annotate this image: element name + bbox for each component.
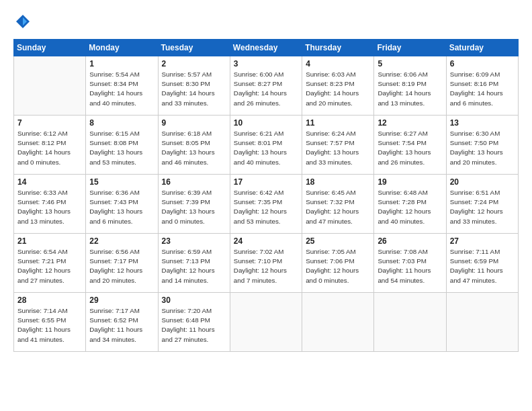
day-number: 2 [162, 59, 226, 68]
calendar-cell: 5Sunrise: 6:06 AMSunset: 8:19 PMDaylight… [374, 56, 446, 116]
weekday-row: SundayMondayTuesdayWednesdayThursdayFrid… [14, 40, 519, 56]
calendar-cell: 2Sunrise: 5:57 AMSunset: 8:30 PMDaylight… [158, 56, 230, 116]
day-number: 9 [162, 118, 226, 128]
calendar-cell: 19Sunrise: 6:48 AMSunset: 7:28 PMDayligh… [374, 175, 446, 234]
day-info: Sunrise: 7:02 AMSunset: 7:10 PMDaylight:… [234, 247, 298, 285]
day-info: Sunrise: 6:51 AMSunset: 7:24 PMDaylight:… [450, 188, 515, 226]
day-info: Sunrise: 6:12 AMSunset: 8:12 PMDaylight:… [17, 129, 82, 167]
day-number: 26 [378, 236, 442, 246]
calendar-body: 1Sunrise: 5:54 AMSunset: 8:34 PMDaylight… [14, 56, 519, 352]
calendar-cell: 21Sunrise: 6:54 AMSunset: 7:21 PMDayligh… [14, 234, 86, 293]
calendar-cell: 16Sunrise: 6:39 AMSunset: 7:39 PMDayligh… [158, 175, 230, 234]
day-info: Sunrise: 6:42 AMSunset: 7:35 PMDaylight:… [234, 188, 298, 226]
day-number: 5 [378, 59, 442, 68]
calendar-cell: 8Sunrise: 6:15 AMSunset: 8:08 PMDaylight… [86, 116, 158, 175]
weekday-header-monday: Monday [86, 40, 158, 56]
calendar-week-1: 1Sunrise: 5:54 AMSunset: 8:34 PMDaylight… [14, 56, 519, 116]
calendar-cell: 20Sunrise: 6:51 AMSunset: 7:24 PMDayligh… [446, 175, 518, 234]
day-number: 14 [17, 177, 82, 187]
day-number: 8 [89, 118, 154, 128]
calendar-cell: 22Sunrise: 6:56 AMSunset: 7:17 PMDayligh… [86, 234, 158, 293]
weekday-header-tuesday: Tuesday [158, 40, 230, 56]
day-number: 10 [234, 118, 298, 128]
day-number: 11 [306, 118, 370, 128]
calendar-cell [14, 56, 86, 116]
logo [13, 12, 35, 31]
day-number: 27 [450, 236, 515, 246]
day-info: Sunrise: 6:56 AMSunset: 7:17 PMDaylight:… [89, 247, 154, 285]
calendar-cell: 10Sunrise: 6:21 AMSunset: 8:01 PMDayligh… [230, 116, 302, 175]
day-info: Sunrise: 6:33 AMSunset: 7:46 PMDaylight:… [17, 188, 82, 226]
day-info: Sunrise: 6:36 AMSunset: 7:43 PMDaylight:… [89, 188, 154, 226]
day-info: Sunrise: 6:03 AMSunset: 8:23 PMDaylight:… [306, 70, 370, 108]
day-info: Sunrise: 6:09 AMSunset: 8:16 PMDaylight:… [450, 70, 515, 108]
day-info: Sunrise: 6:18 AMSunset: 8:05 PMDaylight:… [162, 129, 226, 167]
calendar-cell: 11Sunrise: 6:24 AMSunset: 7:57 PMDayligh… [302, 116, 374, 175]
day-info: Sunrise: 6:06 AMSunset: 8:19 PMDaylight:… [378, 70, 442, 108]
day-number: 21 [17, 236, 82, 246]
day-info: Sunrise: 6:24 AMSunset: 7:57 PMDaylight:… [306, 129, 370, 167]
header [13, 12, 519, 31]
day-info: Sunrise: 6:21 AMSunset: 8:01 PMDaylight:… [234, 129, 298, 167]
weekday-header-saturday: Saturday [446, 40, 518, 56]
day-info: Sunrise: 5:54 AMSunset: 8:34 PMDaylight:… [89, 70, 154, 108]
weekday-header-wednesday: Wednesday [230, 40, 302, 56]
day-number: 28 [17, 295, 82, 305]
calendar-week-5: 28Sunrise: 7:14 AMSunset: 6:55 PMDayligh… [14, 293, 519, 352]
calendar-cell: 23Sunrise: 6:59 AMSunset: 7:13 PMDayligh… [158, 234, 230, 293]
day-number: 19 [378, 177, 442, 187]
calendar-cell: 9Sunrise: 6:18 AMSunset: 8:05 PMDaylight… [158, 116, 230, 175]
day-number: 4 [306, 59, 370, 68]
calendar-cell [446, 293, 518, 352]
calendar-cell: 17Sunrise: 6:42 AMSunset: 7:35 PMDayligh… [230, 175, 302, 234]
day-info: Sunrise: 6:30 AMSunset: 7:50 PMDaylight:… [450, 129, 515, 167]
calendar-cell: 1Sunrise: 5:54 AMSunset: 8:34 PMDaylight… [86, 56, 158, 116]
calendar-cell: 26Sunrise: 7:08 AMSunset: 7:03 PMDayligh… [374, 234, 446, 293]
calendar-cell: 6Sunrise: 6:09 AMSunset: 8:16 PMDaylight… [446, 56, 518, 116]
day-number: 1 [89, 59, 154, 68]
day-number: 30 [162, 295, 226, 305]
day-number: 25 [306, 236, 370, 246]
weekday-header-thursday: Thursday [302, 40, 374, 56]
day-number: 16 [162, 177, 226, 187]
calendar-cell: 14Sunrise: 6:33 AMSunset: 7:46 PMDayligh… [14, 175, 86, 234]
day-number: 24 [234, 236, 298, 246]
day-number: 18 [306, 177, 370, 187]
day-info: Sunrise: 6:00 AMSunset: 8:27 PMDaylight:… [234, 70, 298, 108]
day-number: 12 [378, 118, 442, 128]
day-number: 3 [234, 59, 298, 68]
calendar-cell [374, 293, 446, 352]
day-info: Sunrise: 5:57 AMSunset: 8:30 PMDaylight:… [162, 70, 226, 108]
day-number: 13 [450, 118, 515, 128]
calendar-cell: 27Sunrise: 7:11 AMSunset: 6:59 PMDayligh… [446, 234, 518, 293]
day-info: Sunrise: 7:14 AMSunset: 6:55 PMDaylight:… [17, 306, 82, 345]
calendar-cell: 18Sunrise: 6:45 AMSunset: 7:32 PMDayligh… [302, 175, 374, 234]
calendar-cell [302, 293, 374, 352]
calendar-cell: 28Sunrise: 7:14 AMSunset: 6:55 PMDayligh… [14, 293, 86, 352]
calendar-cell: 7Sunrise: 6:12 AMSunset: 8:12 PMDaylight… [14, 116, 86, 175]
calendar-cell: 24Sunrise: 7:02 AMSunset: 7:10 PMDayligh… [230, 234, 302, 293]
day-number: 23 [162, 236, 226, 246]
day-number: 15 [89, 177, 154, 187]
calendar-cell: 4Sunrise: 6:03 AMSunset: 8:23 PMDaylight… [302, 56, 374, 116]
day-info: Sunrise: 6:27 AMSunset: 7:54 PMDaylight:… [378, 129, 442, 167]
calendar: SundayMondayTuesdayWednesdayThursdayFrid… [13, 39, 519, 352]
logo-icon [13, 12, 32, 31]
day-info: Sunrise: 7:20 AMSunset: 6:48 PMDaylight:… [162, 306, 226, 345]
day-number: 6 [450, 59, 515, 68]
weekday-header-friday: Friday [374, 40, 446, 56]
day-info: Sunrise: 7:17 AMSunset: 6:52 PMDaylight:… [89, 306, 154, 345]
calendar-cell [230, 293, 302, 352]
calendar-cell: 3Sunrise: 6:00 AMSunset: 8:27 PMDaylight… [230, 56, 302, 116]
calendar-header: SundayMondayTuesdayWednesdayThursdayFrid… [14, 40, 519, 56]
calendar-cell: 12Sunrise: 6:27 AMSunset: 7:54 PMDayligh… [374, 116, 446, 175]
calendar-week-4: 21Sunrise: 6:54 AMSunset: 7:21 PMDayligh… [14, 234, 519, 293]
day-number: 22 [89, 236, 154, 246]
calendar-cell: 15Sunrise: 6:36 AMSunset: 7:43 PMDayligh… [86, 175, 158, 234]
calendar-cell: 29Sunrise: 7:17 AMSunset: 6:52 PMDayligh… [86, 293, 158, 352]
calendar-week-2: 7Sunrise: 6:12 AMSunset: 8:12 PMDaylight… [14, 116, 519, 175]
day-number: 7 [17, 118, 82, 128]
day-info: Sunrise: 7:08 AMSunset: 7:03 PMDaylight:… [378, 247, 442, 285]
calendar-cell: 13Sunrise: 6:30 AMSunset: 7:50 PMDayligh… [446, 116, 518, 175]
calendar-cell: 30Sunrise: 7:20 AMSunset: 6:48 PMDayligh… [158, 293, 230, 352]
